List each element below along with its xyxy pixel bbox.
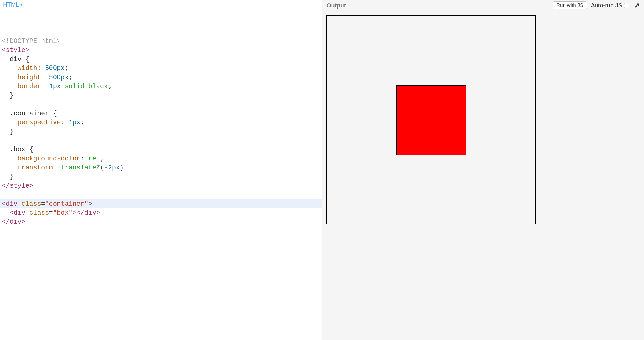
code-token: :	[53, 164, 61, 171]
code-token: class	[29, 209, 49, 217]
chevron-down-icon: ▾	[20, 2, 22, 7]
code-token: translateZ	[61, 164, 100, 171]
code-token	[84, 83, 88, 90]
code-token: ;	[69, 74, 72, 81]
code-token: <style>	[2, 46, 29, 54]
output-header: Output Run with JS Auto-run JS ↗	[322, 0, 644, 11]
code-token: <div	[2, 200, 18, 208]
code-token: <!DOCTYPE html>	[2, 38, 61, 45]
code-token: .container {	[2, 110, 57, 117]
demo-box	[396, 85, 466, 155]
code-token: >	[73, 209, 77, 217]
code-token: =	[49, 209, 53, 217]
output-viewport	[322, 11, 644, 340]
code-token: </style>	[2, 182, 33, 190]
editor-header: HTML ▾	[0, 0, 322, 10]
output-title: Output	[326, 2, 549, 9]
code-content: <!DOCTYPE html> <style> div { width: 500…	[2, 37, 320, 236]
editor-caret	[2, 228, 2, 235]
code-token: perspective	[2, 119, 61, 126]
code-token: <div	[10, 209, 25, 217]
auto-run-js-toggle[interactable]: Auto-run JS	[591, 2, 629, 9]
code-token: ;	[65, 65, 69, 72]
editor-language-label: HTML	[3, 1, 19, 8]
code-token: height	[2, 74, 41, 81]
code-token: 1px	[49, 83, 61, 90]
code-token: -2px	[104, 164, 120, 171]
code-token: </div>	[2, 218, 25, 226]
code-token: border	[2, 83, 41, 90]
code-token: }	[2, 173, 14, 180]
demo-container	[326, 15, 536, 224]
output-pane: Output Run with JS Auto-run JS ↗	[322, 0, 644, 340]
code-token: 500px	[49, 74, 69, 81]
code-editor[interactable]: <!DOCTYPE html> <style> div { width: 500…	[0, 10, 322, 340]
code-token: ;	[100, 155, 104, 163]
code-token: "container"	[45, 200, 88, 208]
code-token: 500px	[45, 65, 65, 72]
code-token	[25, 209, 29, 217]
code-token	[61, 83, 65, 90]
code-token: red	[88, 155, 100, 163]
editor-pane: HTML ▾ <!DOCTYPE html> <style> div { wid…	[0, 0, 322, 340]
code-token: solid	[65, 83, 84, 90]
code-token: :	[37, 65, 45, 72]
code-token: transform	[2, 164, 53, 171]
code-token: "box"	[53, 209, 73, 217]
code-token: ;	[80, 119, 84, 126]
code-token: div {	[2, 56, 29, 63]
editor-language-tab[interactable]: HTML ▾	[3, 1, 22, 8]
code-token	[2, 209, 10, 217]
code-token: :	[41, 74, 49, 81]
code-token: }	[2, 92, 14, 99]
code-token: width	[2, 65, 37, 72]
app-root: HTML ▾ <!DOCTYPE html> <style> div { wid…	[0, 0, 644, 340]
code-token: =	[41, 200, 45, 208]
code-token: class	[21, 200, 41, 208]
code-token	[18, 200, 21, 208]
code-token: )	[120, 164, 124, 171]
code-token: :	[80, 155, 88, 163]
code-token: </div>	[77, 209, 100, 217]
expand-icon[interactable]: ↗	[633, 1, 641, 10]
code-token: .box {	[2, 146, 33, 153]
auto-run-js-checkbox[interactable]	[624, 3, 629, 8]
code-token: 1px	[69, 119, 80, 126]
code-token: :	[41, 83, 49, 90]
code-token: }	[2, 128, 14, 135]
code-token: black	[88, 83, 108, 90]
code-token: :	[61, 119, 69, 126]
code-token: >	[88, 200, 92, 208]
run-with-js-button[interactable]: Run with JS	[553, 1, 587, 9]
code-token: ;	[108, 83, 112, 90]
auto-run-js-label: Auto-run JS	[591, 2, 622, 9]
code-token: background-color	[2, 155, 80, 163]
code-token: (	[100, 164, 104, 171]
